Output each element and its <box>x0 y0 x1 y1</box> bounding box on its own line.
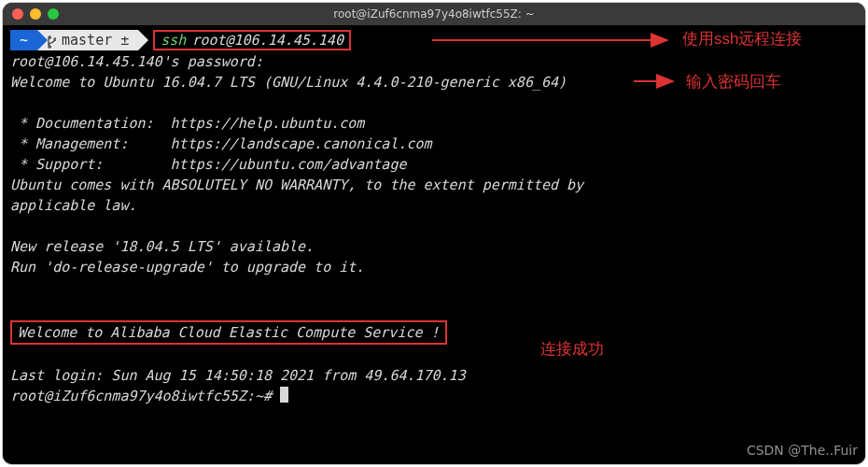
ssh-keyword: ssh <box>161 30 186 50</box>
minimize-icon[interactable] <box>30 8 41 20</box>
release-line-2: Run 'do-release-upgrade' to upgrade to i… <box>10 257 858 277</box>
annotation-enter-password: 输入密码回车 <box>686 72 781 92</box>
arrow-icon <box>432 31 675 50</box>
annotation-connected: 连接成功 <box>540 339 604 360</box>
ssh-command-box: ssh root@106.14.45.140 <box>153 30 351 50</box>
warranty-line-1: Ubuntu comes with ABSOLUTELY NO WARRANTY… <box>10 175 858 195</box>
alibaba-welcome-box: Welcome to Alibaba Cloud Elastic Compute… <box>10 320 447 345</box>
alibaba-welcome-text: Welcome to Alibaba Cloud Elastic Compute… <box>18 324 440 341</box>
traffic-lights <box>12 8 59 20</box>
documentation-line: * Documentation: https://help.ubuntu.com <box>10 113 858 134</box>
blank-line <box>10 298 858 318</box>
annotation-ssh-remote: 使用ssh远程连接 <box>682 29 802 50</box>
terminal-body[interactable]: ~ master ± ssh root@106.14.45.140 root@1… <box>3 25 865 464</box>
blank-line <box>10 92 858 113</box>
shell-prompt-text: root@iZuf6cnma97y4o8iwtfc55Z:~# <box>10 388 280 404</box>
close-icon[interactable] <box>12 8 23 20</box>
alibaba-welcome-row: Welcome to Alibaba Cloud Elastic Compute… <box>10 318 858 345</box>
ssh-target: root@106.14.45.140 <box>191 30 343 50</box>
prompt-cwd-text: ~ <box>20 30 28 50</box>
release-line-1: New release '18.04.5 LTS' available. <box>10 236 858 257</box>
blank-line <box>10 277 858 298</box>
zoom-icon[interactable] <box>48 8 59 20</box>
shell-prompt-line[interactable]: root@iZuf6cnma97y4o8iwtfc55Z:~# <box>10 386 858 406</box>
arrow-icon <box>634 72 680 91</box>
blank-line <box>10 345 858 365</box>
titlebar: root@iZuf6cnma97y4o8iwtfc55Z: ~ <box>3 3 865 25</box>
prompt-branch-text: master ± <box>62 30 129 50</box>
git-branch-icon <box>47 34 56 47</box>
terminal-window: root@iZuf6cnma97y4o8iwtfc55Z: ~ ~ master… <box>3 3 865 464</box>
management-line: * Management: https://landscape.canonica… <box>10 134 858 154</box>
prompt-cwd: ~ <box>10 30 37 50</box>
blank-line <box>10 216 858 236</box>
prompt-branch: master ± <box>37 30 138 50</box>
password-prompt-line: root@106.14.45.140's password: <box>10 51 858 72</box>
support-line: * Support: https://ubuntu.com/advantage <box>10 154 858 175</box>
last-login-line: Last login: Sun Aug 15 14:50:18 2021 fro… <box>10 365 858 386</box>
warranty-line-2: applicable law. <box>10 195 858 216</box>
window-title: root@iZuf6cnma97y4o8iwtfc55Z: ~ <box>3 7 865 21</box>
cursor-icon <box>280 387 288 403</box>
watermark: CSDN @The..Fuir <box>747 440 858 460</box>
